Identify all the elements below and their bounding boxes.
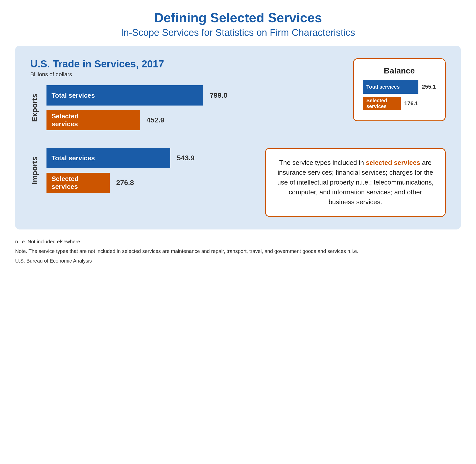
balance-total-value: 255.1: [422, 84, 436, 90]
charts-col: U.S. Trade in Services, 2017 Billions of…: [30, 58, 338, 138]
balance-total-bar: Total services: [363, 80, 418, 94]
description-box: The service types included in selected s…: [265, 148, 446, 217]
imports-axis-label: Imports: [30, 157, 40, 184]
imports-total-value: 543.9: [177, 154, 195, 162]
exports-total-bar: Total services: [46, 85, 203, 106]
imports-total-bar: Total services: [46, 148, 170, 168]
bottom-section: Imports Total services 543.9 Selectedser…: [30, 148, 446, 217]
balance-selected-row: Selectedservices 176.1: [363, 97, 436, 110]
main-title: Defining Selected Services: [15, 10, 461, 25]
exports-total-value: 799.0: [210, 91, 227, 99]
imports-col: Imports Total services 543.9 Selectedser…: [30, 148, 250, 193]
imports-selected-bar: Selectedservices: [46, 173, 110, 193]
balance-total-row: Total services 255.1: [363, 80, 436, 94]
footer: n.i.e. Not included elsewhere Note. The …: [15, 238, 461, 265]
imports-total-bar-row: Total services 543.9: [46, 148, 250, 168]
exports-selected-label: Selectedservices: [52, 112, 79, 128]
balance-selected-value: 176.1: [404, 100, 418, 107]
exports-total-bar-row: Total services 799.0: [46, 85, 338, 106]
exports-section: Exports Total services 799.0 Selectedser…: [30, 85, 338, 130]
panel-title: U.S. Trade in Services, 2017: [30, 58, 338, 70]
exports-selected-bar-row: Selectedservices 452.9: [46, 110, 338, 130]
header: Defining Selected Services In-Scope Serv…: [15, 10, 461, 38]
footer-note: Note. The service types that are not inc…: [15, 247, 461, 255]
exports-total-label: Total services: [52, 92, 95, 99]
top-section: U.S. Trade in Services, 2017 Billions of…: [30, 58, 446, 138]
description-text-before: The service types included in: [279, 159, 366, 166]
balance-box: Balance Total services 255.1 Selectedser…: [353, 58, 446, 121]
imports-bars: Total services 543.9 Selectedservices 27…: [46, 148, 250, 193]
main-panel: U.S. Trade in Services, 2017 Billions of…: [15, 46, 461, 229]
exports-selected-value: 452.9: [147, 116, 164, 124]
exports-axis-label: Exports: [30, 94, 40, 122]
page: Defining Selected Services In-Scope Serv…: [0, 0, 476, 276]
exports-selected-bar: Selectedservices: [46, 110, 140, 130]
imports-selected-value: 276.8: [116, 179, 134, 187]
exports-bars: Total services 799.0 Selectedservices 45…: [46, 85, 338, 130]
balance-total-label: Total services: [366, 84, 400, 90]
imports-selected-label: Selectedservices: [52, 175, 79, 191]
description-highlight: selected services: [366, 159, 420, 166]
imports-total-label: Total services: [52, 154, 95, 162]
panel-subtitle: Billions of dollars: [30, 71, 338, 78]
imports-selected-bar-row: Selectedservices 276.8: [46, 173, 250, 193]
nie-note: n.i.e. Not included elsewhere: [15, 238, 461, 246]
footer-source: U.S. Bureau of Economic Analysis: [15, 257, 461, 265]
balance-selected-bar: Selectedservices: [363, 97, 401, 110]
balance-selected-label: Selectedservices: [366, 98, 387, 109]
sub-title: In-Scope Services for Statistics on Firm…: [15, 27, 461, 38]
balance-title: Balance: [363, 66, 436, 75]
